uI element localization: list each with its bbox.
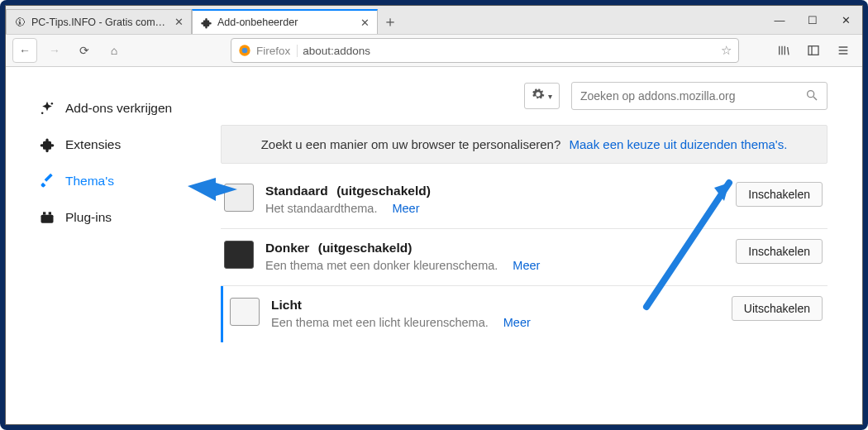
theme-more-link[interactable]: Meer [392, 202, 419, 215]
window-controls: — ☐ ✕ [763, 6, 862, 34]
svg-point-9 [808, 90, 814, 97]
plugin-icon [39, 209, 55, 226]
theme-more-link[interactable]: Meer [503, 316, 531, 329]
tab-addons[interactable]: Add-onbeheerder ✕ [192, 9, 378, 34]
svg-rect-7 [43, 212, 45, 214]
tab-pctips[interactable]: 🛈 PC-Tips.INFO - Gratis computer tips ✕ [6, 9, 192, 34]
addons-sidebar: Add-ons verkrijgen Extensies Thema's [6, 67, 221, 424]
sidebar-item-get-addons[interactable]: Add-ons verkrijgen [39, 90, 221, 127]
theme-row-standard: Standaard (uitgeschakeld) Het standaardt… [221, 172, 827, 229]
sidebar-item-themes[interactable]: Thema's [39, 163, 221, 199]
svg-rect-2 [808, 46, 818, 55]
identity-label: Firefox [256, 45, 298, 57]
chevron-down-icon: ▾ [548, 92, 552, 101]
library-icon[interactable] [771, 38, 796, 63]
sidebar-item-label: Extensies [65, 137, 121, 152]
tab-label: Add-onbeheerder [217, 17, 355, 28]
theme-thumbnail [230, 298, 260, 326]
theme-disable-button[interactable]: Uitschakelen [732, 296, 823, 321]
new-tab-button[interactable]: ＋ [378, 9, 403, 34]
search-icon[interactable] [805, 88, 818, 104]
puzzle-icon [199, 16, 212, 29]
sidebar-item-plugins[interactable]: Plug-ins [39, 199, 221, 236]
theme-enable-button[interactable]: Inschakelen [736, 239, 823, 264]
addons-main: ▾ Zoekt u een manier om uw browser te pe… [221, 67, 862, 424]
tab-close-icon[interactable]: ✕ [173, 16, 184, 28]
theme-thumbnail [224, 184, 254, 212]
theme-row-dark: Donker (uitgeschakeld) Een thema met een… [221, 229, 827, 286]
theme-enable-button[interactable]: Inschakelen [736, 182, 823, 207]
forward-button[interactable]: → [42, 38, 67, 63]
theme-row-light: Licht Een thema met een licht kleurensch… [221, 286, 827, 342]
svg-rect-8 [49, 212, 51, 214]
banner-text: Zoekt u een manier om uw browser te pers… [261, 137, 561, 151]
svg-point-1 [242, 48, 248, 54]
sidebar-item-label: Plug-ins [65, 210, 112, 225]
back-button[interactable]: ← [12, 38, 37, 63]
reload-button[interactable]: ⟳ [72, 38, 97, 63]
banner-link[interactable]: Maak een keuze uit duizenden thema's. [569, 137, 787, 151]
gear-icon [532, 88, 545, 104]
theme-thumbnail [224, 241, 254, 269]
app-menu-button[interactable] [831, 38, 856, 63]
svg-rect-6 [41, 215, 54, 223]
addons-topbar: ▾ [221, 82, 827, 110]
theme-more-link[interactable]: Meer [513, 259, 540, 272]
tab-label: PC-Tips.INFO - Gratis computer tips [31, 17, 169, 28]
firefox-icon [238, 44, 251, 57]
svg-point-5 [41, 112, 44, 115]
svg-line-10 [813, 97, 817, 100]
search-input[interactable] [580, 89, 799, 103]
content-area: Add-ons verkrijgen Extensies Thema's [6, 67, 862, 424]
tab-strip: 🛈 PC-Tips.INFO - Gratis computer tips ✕ … [6, 6, 862, 34]
browser-window: 🛈 PC-Tips.INFO - Gratis computer tips ✕ … [5, 5, 863, 425]
favicon-generic: 🛈 [13, 16, 26, 29]
home-button[interactable]: ⌂ [102, 38, 126, 63]
addons-search[interactable] [571, 82, 827, 110]
puzzle-icon [39, 136, 55, 153]
paintbrush-icon [39, 173, 55, 189]
sidebar-item-label: Thema's [65, 174, 114, 189]
sparkle-icon [39, 100, 55, 117]
personalize-banner: Zoekt u een manier om uw browser te pers… [221, 125, 827, 164]
tools-gear-button[interactable]: ▾ [524, 83, 560, 109]
address-text: about:addons [303, 45, 716, 57]
sidebar-item-label: Add-ons verkrijgen [65, 101, 172, 116]
url-bar[interactable]: Firefox about:addons ☆ [231, 38, 739, 63]
svg-point-4 [51, 103, 54, 105]
sidebar-toggle-icon[interactable] [801, 38, 826, 63]
window-minimize-button[interactable]: — [763, 6, 796, 34]
nav-toolbar: ← → ⟳ ⌂ Firefox about:addons ☆ [6, 34, 862, 67]
window-close-button[interactable]: ✕ [829, 6, 862, 34]
sidebar-item-extensions[interactable]: Extensies [39, 127, 221, 163]
bookmark-star-icon[interactable]: ☆ [721, 43, 732, 58]
window-maximize-button[interactable]: ☐ [796, 6, 829, 34]
tab-close-icon[interactable]: ✕ [359, 17, 370, 29]
themes-list: Standaard (uitgeschakeld) Het standaardt… [221, 172, 827, 342]
